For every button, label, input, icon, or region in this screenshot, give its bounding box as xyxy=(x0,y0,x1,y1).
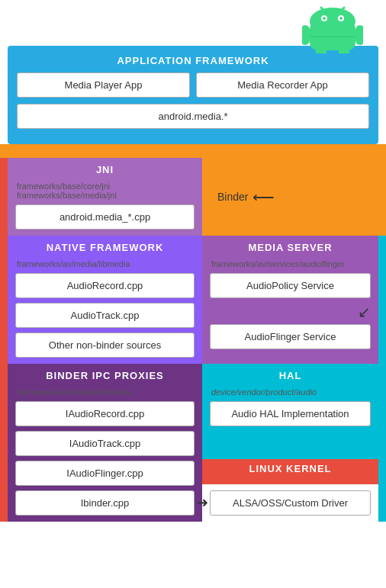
jni-lines: frameworks/base/core/jni frameworks/base… xyxy=(15,182,195,200)
linux-kernel-title: LINUX KERNEL xyxy=(210,463,371,474)
binder-ipc-path: frameworks/av/media/libmedia xyxy=(15,387,195,397)
svg-rect-9 xyxy=(355,25,363,45)
native-framework-section: NATIVE FRAMEWORK frameworks/av/media/lib… xyxy=(8,236,202,364)
linux-kernel-title-bar: LINUX KERNEL xyxy=(202,459,378,484)
ibinder-cpp-box: Ibinder.cpp xyxy=(15,490,195,516)
iaudio-track-cpp-box: IAudioTrack.cpp xyxy=(15,431,195,456)
linux-kernel-section: LINUX KERNEL ALSA/OSS/Custom Driver xyxy=(202,459,378,522)
hal-path: device/vendor/product/audio xyxy=(210,387,371,397)
audio-policy-service-box: AudioPolicy Service xyxy=(210,273,371,298)
binder-hal-container: BINDER IPC PROXIES frameworks/av/media/l… xyxy=(0,364,386,522)
orange-divider xyxy=(0,144,386,158)
binder-label: Binder xyxy=(217,191,248,203)
android-media-box: android.media.* xyxy=(17,104,369,129)
media-server-title: MEDIA SERVER xyxy=(210,242,371,253)
audio-track-cpp-box: AudioTrack.cpp xyxy=(15,303,195,328)
binder-ipc-title: BINDER IPC PROXIES xyxy=(15,370,195,381)
ibinder-wrapper: Ibinder.cpp ➜ xyxy=(15,490,195,516)
audio-hal-impl-box: Audio HAL Implementation xyxy=(210,401,371,426)
svg-point-1 xyxy=(310,8,355,35)
hal-linux-container: HAL device/vendor/product/audio Audio HA… xyxy=(202,364,378,522)
arrow-down-icon: ↙ xyxy=(210,303,371,321)
app-row: Media Player App Media Recorder App xyxy=(17,72,369,98)
svg-rect-8 xyxy=(302,25,310,45)
app-framework-title: APPLICATION FRAMEWORK xyxy=(17,55,369,66)
linux-kernel-content: ALSA/OSS/Custom Driver xyxy=(202,484,378,522)
svg-point-5 xyxy=(339,17,343,20)
jni-title: JNI xyxy=(15,164,195,175)
audio-flinger-service-box: AudioFlinger Service xyxy=(210,324,371,349)
other-non-binder-box: Other non-binder sources xyxy=(15,333,195,358)
svg-rect-10 xyxy=(316,46,326,53)
svg-rect-11 xyxy=(339,46,349,53)
media-server-section: MEDIA SERVER frameworks/av/services/audi… xyxy=(202,236,378,364)
alsa-driver-box: ALSA/OSS/Custom Driver xyxy=(210,490,371,516)
right-cyan-bar-2 xyxy=(378,364,386,522)
jni-section: JNI frameworks/base/core/jni frameworks/… xyxy=(8,158,202,236)
media-server-path: frameworks/av/services/audioflinger xyxy=(210,259,371,268)
native-framework-title: NATIVE FRAMEWORK xyxy=(15,242,195,253)
jni-binder-container: JNI frameworks/base/core/jni frameworks/… xyxy=(0,158,386,236)
android-logo xyxy=(302,0,363,53)
left-red-bar-2 xyxy=(0,236,8,364)
android-media-row: android.media.* xyxy=(17,104,369,129)
media-player-box: Media Player App xyxy=(17,72,190,98)
native-framework-path: frameworks/av/media/libmedia xyxy=(15,259,195,268)
audio-record-cpp-box: AudioRecord.cpp xyxy=(15,273,195,298)
iaudio-flinger-cpp-box: IAudioFlinger.cpp xyxy=(15,461,195,486)
hal-section: HAL device/vendor/product/audio Audio HA… xyxy=(202,364,378,459)
arrow-right-icon: ➜ xyxy=(197,494,208,511)
left-red-bar-3 xyxy=(0,364,8,522)
binder-arrow-icon: ⟵ xyxy=(253,188,275,206)
right-cyan-bar xyxy=(378,236,386,364)
jni-cpp-box: android.media_*.cpp xyxy=(15,204,195,230)
binder-ipc-section: BINDER IPC PROXIES frameworks/av/media/l… xyxy=(8,364,202,522)
left-red-bar xyxy=(0,158,8,236)
iaudio-record-cpp-box: IAudioRecord.cpp xyxy=(15,401,195,426)
hal-title: HAL xyxy=(210,370,371,381)
binder-section: Binder ⟵ xyxy=(202,158,386,236)
media-recorder-box: Media Recorder App xyxy=(196,72,369,98)
app-framework-section: APPLICATION FRAMEWORK Media Player App M… xyxy=(8,46,378,144)
native-media-container: NATIVE FRAMEWORK frameworks/av/media/lib… xyxy=(0,236,386,364)
svg-point-4 xyxy=(323,17,326,20)
